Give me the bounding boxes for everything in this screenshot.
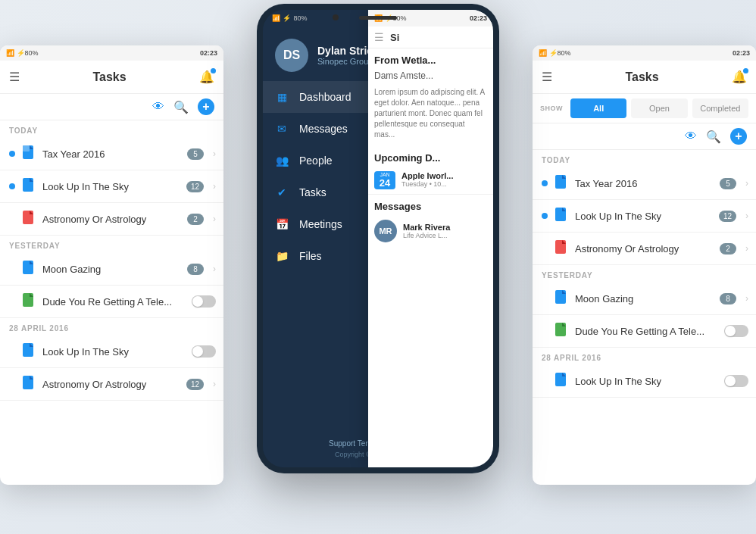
task-name: Astronomy Or Astrology <box>575 243 714 255</box>
file-icon <box>554 174 569 192</box>
chevron-icon: › <box>745 293 748 304</box>
svg-rect-5 <box>23 293 33 307</box>
task-dot <box>9 298 15 304</box>
event-time: Tuesday • 10... <box>401 180 487 188</box>
eye-icon-left[interactable]: 👁 <box>152 100 164 114</box>
status-bar-left: 📶 ⚡80% 02:23 <box>0 45 223 61</box>
scene: 📶 ⚡80% 02:23 ☰ Tasks 🔔 👁 🔍 + TODAY <box>0 0 756 534</box>
add-icon-left[interactable]: + <box>198 98 214 115</box>
avatar-initials: DS <box>283 48 300 62</box>
task-item[interactable]: Dude You Re Getting A Tele... <box>533 315 756 348</box>
task-count: 2 <box>187 214 204 225</box>
messages-icon: ✉ <box>275 123 289 135</box>
task-count: 2 <box>720 243 736 255</box>
svg-rect-12 <box>555 323 566 336</box>
task-dot <box>9 151 15 157</box>
tasks-icon: ✔ <box>275 186 289 198</box>
task-item[interactable]: Tax Year 2016 5 › <box>533 167 756 200</box>
overlay-time: 02:23 <box>470 14 487 22</box>
phone-right: 📶 ⚡80% 02:23 ☰ Tasks 🔔 SHOW All Open Com… <box>533 45 756 485</box>
overlay-from-subtitle: Dams Amste... <box>368 64 493 84</box>
chevron-icon: › <box>745 178 748 189</box>
file-icon <box>554 239 569 258</box>
task-name: Look Up In The Sky <box>575 211 713 222</box>
overlay-panel: 📶 ⚡80% 02:23 ☰ Si From Wetla... Dams Ams… <box>368 10 493 467</box>
chevron-icon: › <box>213 148 216 159</box>
toggle-switch[interactable] <box>192 345 216 358</box>
task-item[interactable]: Astronomy Or Astrology 12 › <box>0 368 223 401</box>
add-icon-right[interactable]: + <box>730 128 747 145</box>
eye-icon-right[interactable]: 👁 <box>685 130 697 143</box>
chevron-icon: › <box>213 379 216 389</box>
task-name: Dude You Re Getting A Tele... <box>42 296 186 308</box>
dashboard-icon: ▦ <box>275 91 289 103</box>
task-dot <box>542 180 548 186</box>
menu-icon-right[interactable]: ☰ <box>542 70 552 84</box>
file-icon <box>21 260 36 278</box>
status-bar-right: 📶 ⚡80% 02:23 <box>533 45 756 61</box>
tab-open[interactable]: Open <box>631 98 687 118</box>
task-name: Moon Gazing <box>575 293 714 304</box>
file-icon <box>21 210 36 228</box>
task-item[interactable]: Tax Year 2016 5 › <box>0 138 223 170</box>
search-icon-right[interactable]: 🔍 <box>706 130 721 144</box>
signal-icon-left: 📶 ⚡80% <box>6 49 39 57</box>
nav-title-right: Tasks <box>552 70 732 84</box>
task-dot <box>542 245 548 251</box>
event-item: JAN 24 Apple Iworl... Tuesday • 10... <box>368 167 493 195</box>
time-left: 02:23 <box>200 49 217 57</box>
avatar: DS <box>275 39 308 72</box>
section-april-left: 28 APRIL 2016 <box>0 318 223 336</box>
event-date-box: JAN 24 <box>374 171 395 189</box>
task-dot <box>9 266 15 272</box>
task-dot <box>9 183 15 189</box>
task-dot <box>9 216 15 222</box>
bell-dot-right <box>743 68 748 73</box>
task-item[interactable]: Astronomy Or Astrology 2 › <box>0 203 223 236</box>
toggle-switch[interactable] <box>192 295 216 308</box>
toggle-switch[interactable] <box>724 375 748 387</box>
section-april-right: 28 APRIL 2016 <box>533 348 756 365</box>
overlay-upcoming-title: Upcoming D... <box>368 146 493 167</box>
task-count: 8 <box>720 293 736 304</box>
svg-rect-9 <box>555 208 566 221</box>
toggle-switch[interactable] <box>724 325 748 337</box>
task-count: 5 <box>720 178 736 189</box>
action-bar-left: 👁 🔍 + <box>0 94 223 120</box>
menu-icon-left[interactable]: ☰ <box>9 70 20 84</box>
signal-icon-right: 📶 ⚡80% <box>539 49 571 57</box>
svg-rect-4 <box>23 261 33 274</box>
task-dot <box>542 213 548 219</box>
task-item[interactable]: Dude You Re Getting A Tele... <box>0 286 223 318</box>
task-item[interactable]: Moon Gazing 8 › <box>533 283 756 315</box>
overlay-body: Lorem ipsum do adipiscing elit. A eget d… <box>368 84 493 146</box>
tab-completed[interactable]: Completed <box>692 98 748 118</box>
task-item[interactable]: Look Up In The Sky 12 › <box>0 170 223 203</box>
task-name: Look Up In The Sky <box>42 181 180 192</box>
chevron-icon: › <box>213 264 216 274</box>
tab-all[interactable]: All <box>570 98 626 118</box>
center-battery: 80% <box>294 14 308 22</box>
time-right: 02:23 <box>733 49 750 57</box>
overlay-header: ☰ Si <box>368 27 493 48</box>
file-icon <box>554 322 569 340</box>
task-item[interactable]: Look Up In The Sky <box>533 365 756 398</box>
task-name: Moon Gazing <box>42 264 181 275</box>
bell-icon-left[interactable]: 🔔 <box>199 70 214 84</box>
bell-dot-left <box>211 68 216 73</box>
search-icon-left[interactable]: 🔍 <box>173 100 189 114</box>
task-item[interactable]: Moon Gazing 8 › <box>0 253 223 286</box>
task-item[interactable]: Astronomy Or Astrology 2 › <box>533 233 756 265</box>
overlay-hamburger[interactable]: ☰ <box>374 31 384 43</box>
task-name: Tax Year 2016 <box>42 148 181 160</box>
top-nav-right: ☰ Tasks 🔔 <box>533 61 756 94</box>
chevron-icon: › <box>213 181 216 192</box>
bell-icon-right[interactable]: 🔔 <box>732 70 747 84</box>
event-info: Apple Iworl... Tuesday • 10... <box>401 171 487 188</box>
task-item[interactable]: Look Up In The Sky <box>0 336 223 368</box>
svg-rect-11 <box>555 290 566 304</box>
svg-rect-7 <box>23 376 33 389</box>
section-today-right: TODAY <box>533 150 756 167</box>
task-count: 5 <box>187 148 204 160</box>
task-item[interactable]: Look Up In The Sky 12 › <box>533 200 756 233</box>
